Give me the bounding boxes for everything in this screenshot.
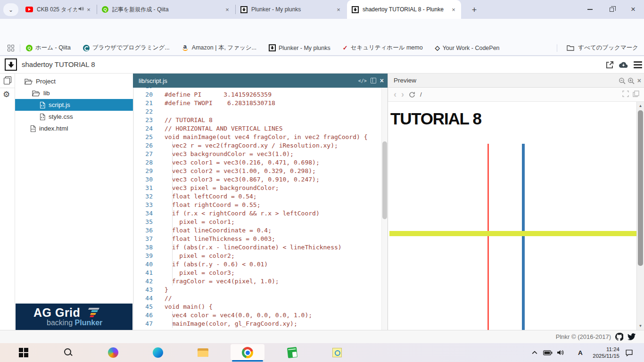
- close-preview-icon[interactable]: ×: [637, 77, 641, 84]
- editor-scrollbar[interactable]: [381, 88, 388, 330]
- all-bookmarks-label: すべてのブックマーク: [578, 44, 638, 52]
- tree-item-stylecss[interactable]: style.css: [15, 111, 133, 123]
- docs-icon[interactable]: [371, 78, 376, 83]
- code-text: mainImage(color, gl_FragCoord.xy);: [153, 320, 297, 328]
- code-text: if (abs(r.x - lineCoordinate) < lineThic…: [153, 243, 342, 252]
- gear-icon[interactable]: ⚙: [3, 90, 10, 99]
- notification-center-button[interactable]: [625, 343, 633, 362]
- twitter-icon[interactable]: [627, 333, 636, 340]
- line-number: 20: [134, 90, 153, 99]
- tree-item-lib[interactable]: lib: [15, 87, 133, 99]
- code-file-icon: [30, 125, 36, 132]
- start-button[interactable]: [18, 347, 29, 358]
- line-number: 25: [134, 133, 153, 141]
- window-minimize-button[interactable]: [579, 0, 601, 19]
- menu-button[interactable]: [633, 60, 643, 69]
- file-tree-panel: Project lib script.js style.css index.ht…: [15, 74, 133, 330]
- bookmark-codepen[interactable]: ◇ Your Work - CodePen: [435, 44, 500, 51]
- code-line[interactable]: 43}: [134, 286, 388, 294]
- code-line[interactable]: 23// TUTORIAL 8: [134, 116, 388, 124]
- plunker-icon: [240, 6, 248, 13]
- tray-volume-button[interactable]: [556, 343, 564, 362]
- zoom-in-icon[interactable]: [627, 77, 635, 84]
- tab-youtube[interactable]: CKB 025 タイガー&ドラゴン - Y ×: [21, 0, 96, 19]
- tray-battery-button[interactable]: [543, 343, 553, 362]
- bookmark-browser-programming[interactable]: ブラウザでプログラミング...: [83, 44, 170, 52]
- code-line[interactable]: 20#define PI 3.14159265359: [134, 90, 388, 99]
- tab-close-button[interactable]: ×: [223, 6, 231, 13]
- ag-grid-sponsor-banner[interactable]: AG Grid backing Plunker: [16, 304, 132, 330]
- taskbar-search-button[interactable]: [63, 347, 74, 358]
- code-line[interactable]: 24// HORIZONTAL AND VERTICAL LINES: [134, 124, 388, 133]
- preview-back-icon[interactable]: ‹: [394, 90, 396, 99]
- code-line[interactable]: 45void main() {: [134, 303, 388, 311]
- code-line[interactable]: 22: [134, 107, 388, 116]
- preview-content[interactable]: TUTORIAL 8: [388, 102, 637, 330]
- tree-item-scriptjs-selected[interactable]: script.js: [15, 99, 133, 111]
- editor-scrollbar-thumb[interactable]: [382, 141, 387, 219]
- plunker-icon: [269, 44, 276, 51]
- ime-indicator[interactable]: A: [578, 343, 583, 362]
- taskbar-notepad-button[interactable]: [287, 347, 298, 358]
- tab-qiita[interactable]: Q 記事を新規作成 - Qiita ×: [97, 0, 235, 19]
- tab-close-button[interactable]: ×: [85, 6, 92, 13]
- taskbar-copilot-button[interactable]: [107, 347, 119, 358]
- tab-close-button[interactable]: ×: [450, 6, 457, 13]
- github-icon[interactable]: [615, 333, 623, 341]
- files-panel-icon[interactable]: [4, 76, 11, 84]
- bookmark-security-memo[interactable]: ✓ セキュリティホール memo: [343, 44, 423, 52]
- window-restore-button[interactable]: [601, 0, 622, 19]
- code-view-icon[interactable]: </>: [358, 78, 367, 83]
- tree-item-project[interactable]: Project: [15, 75, 133, 87]
- copy-icon[interactable]: [633, 90, 639, 97]
- taskbar-explorer-button[interactable]: [197, 347, 208, 358]
- close-editor-icon[interactable]: ×: [380, 77, 384, 84]
- preview-forward-icon[interactable]: ›: [401, 90, 404, 99]
- apps-grid-icon[interactable]: [8, 45, 14, 51]
- windows-logo-icon: [19, 348, 28, 357]
- bookmark-plunker[interactable]: Plunker - My plunks: [269, 44, 330, 51]
- tray-show-hidden-button[interactable]: [532, 343, 537, 362]
- scroll-down-icon[interactable]: ▼: [637, 324, 644, 328]
- line-number: 38: [134, 243, 153, 252]
- tab-close-button[interactable]: ×: [335, 6, 342, 13]
- line-number: 34: [134, 209, 153, 218]
- code-text: #define PI 3.14159265359: [153, 90, 272, 99]
- window-close-button[interactable]: ×: [622, 0, 644, 19]
- tab-search-button[interactable]: ⌄: [3, 3, 18, 16]
- speaker-icon: [556, 349, 564, 356]
- tab-shadertoy-active[interactable]: shadertoy TUTORIAL 8 - Plunke ×: [347, 0, 461, 19]
- taskbar-edge-button[interactable]: [152, 347, 164, 358]
- chevron-down-icon: ⌄: [8, 7, 13, 13]
- tab-plunker-plunks[interactable]: Plunker - My plunks ×: [236, 0, 346, 19]
- preview-refresh-icon[interactable]: [409, 91, 415, 98]
- download-cloud-button[interactable]: [619, 60, 628, 69]
- taskbar-sticky-search-button[interactable]: [331, 347, 343, 358]
- tree-item-indexhtml[interactable]: index.html: [15, 123, 133, 134]
- taskbar-clock[interactable]: 11:24 2025/11/15: [588, 343, 619, 362]
- new-tab-button[interactable]: +: [469, 4, 480, 16]
- indent-guide: [172, 311, 173, 328]
- scroll-up-icon[interactable]: ▲: [637, 104, 644, 108]
- expand-icon[interactable]: [622, 90, 629, 97]
- line-number: 46: [134, 311, 153, 320]
- folder-icon: [567, 45, 574, 51]
- bookmark-amazon[interactable]: Amazon | 本, ファッシ...: [182, 44, 256, 52]
- code-area[interactable]: 1920#define PI 3.1415926535921#define TW…: [133, 88, 388, 330]
- code-line[interactable]: 25void mainImage(out vec4 fragColor, in …: [134, 133, 388, 141]
- taskbar-chrome-button-active[interactable]: [242, 347, 253, 358]
- preview-scrollbar[interactable]: ▲ ▼: [636, 102, 644, 330]
- code-line[interactable]: 44//: [134, 294, 388, 303]
- tree-item-label: style.css: [49, 113, 73, 120]
- preview-scrollbar-thumb[interactable]: [638, 110, 643, 266]
- open-external-button[interactable]: [605, 60, 614, 69]
- plunker-icon: [352, 6, 359, 13]
- editor-tab-header[interactable]: lib/script.js </> ×: [133, 74, 388, 88]
- globe-icon: [83, 45, 90, 51]
- zoom-out-icon[interactable]: [619, 77, 626, 84]
- preview-path[interactable]: /: [420, 91, 422, 98]
- code-line[interactable]: 21#define TWOPI 6.28318530718: [134, 99, 388, 107]
- bookmark-qiita-home[interactable]: Q ホーム - Qiita: [26, 44, 71, 52]
- tab-audio-icon[interactable]: [78, 6, 84, 13]
- all-bookmarks-button[interactable]: すべてのブックマーク: [551, 41, 638, 55]
